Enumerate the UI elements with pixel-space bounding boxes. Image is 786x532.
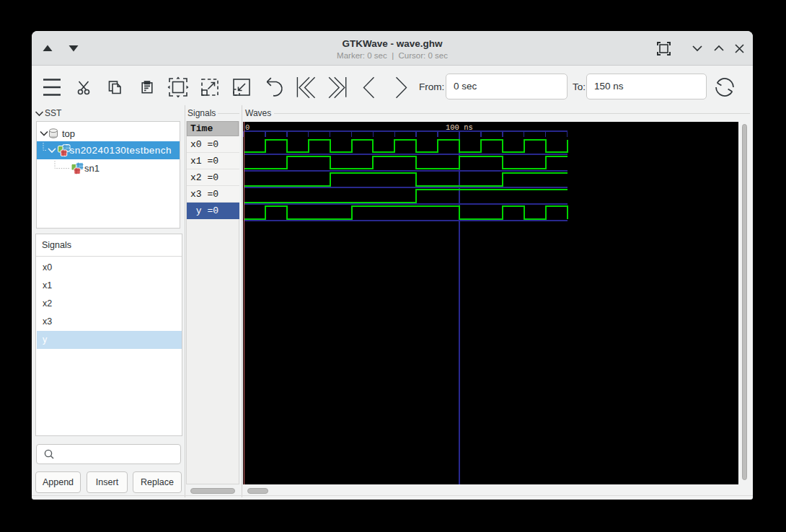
svg-text:sn20240130testbench: sn20240130testbench bbox=[70, 145, 172, 156]
svg-text:sn1: sn1 bbox=[84, 163, 100, 174]
svg-text:top: top bbox=[62, 128, 75, 139]
